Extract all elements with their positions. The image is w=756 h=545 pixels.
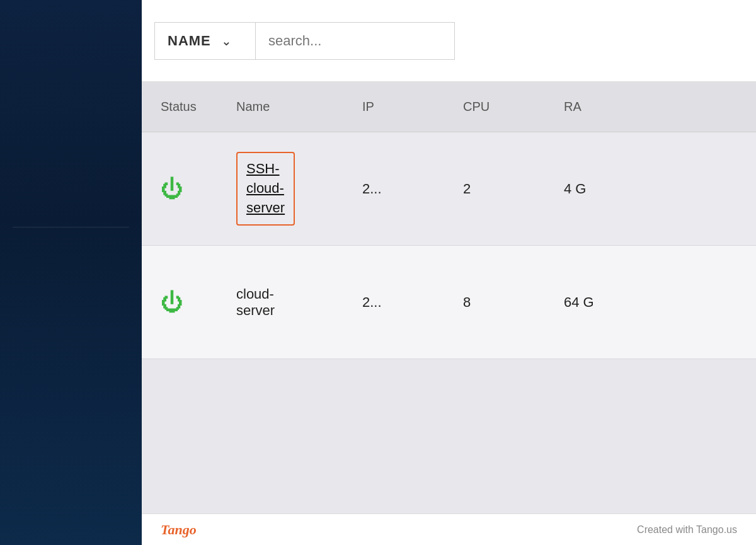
tango-logo: Tango — [161, 522, 197, 538]
row-2-status: ⏻ — [161, 289, 236, 316]
footer-credit: Created with Tango.us — [637, 524, 737, 536]
power-on-icon[interactable]: ⏻ — [161, 176, 183, 202]
search-bar-inner: NAME ⌄ — [154, 22, 455, 60]
row-1-cpu: 2 — [463, 181, 564, 197]
chevron-down-icon: ⌄ — [221, 33, 232, 49]
content-area: NAME ⌄ Status Name IP CPU RA ⏻ — [142, 0, 756, 545]
column-header-ram: RA — [564, 100, 737, 114]
table-row: ⏻ SSH-cloud-server 2... 2 4 G — [142, 132, 756, 246]
row-2-name: cloud-server — [236, 286, 362, 319]
column-header-ip: IP — [362, 100, 463, 114]
row-2-ram: 64 G — [564, 294, 737, 311]
row-2-cpu: 8 — [463, 294, 564, 311]
table-row: ⏻ cloud-server 2... 8 64 G — [142, 246, 756, 359]
row-1-ram: 4 G — [564, 181, 737, 197]
row-1-ip: 2... — [362, 181, 463, 197]
server-link[interactable]: SSH-cloud-server — [246, 161, 285, 215]
column-header-status: Status — [161, 100, 236, 114]
filter-label: NAME — [168, 33, 211, 49]
row-1-name: SSH-cloud-server — [236, 152, 362, 225]
search-input[interactable] — [256, 23, 454, 59]
column-header-name: Name — [236, 100, 362, 114]
sidebar — [0, 0, 142, 545]
row-2-ip: 2... — [362, 294, 463, 311]
server-name[interactable]: cloud-server — [236, 286, 275, 318]
power-on-icon[interactable]: ⏻ — [161, 289, 183, 316]
table-header: Status Name IP CPU RA — [142, 82, 756, 132]
column-header-cpu: CPU — [463, 100, 564, 114]
server-name-highlighted[interactable]: SSH-cloud-server — [236, 152, 295, 225]
name-filter-dropdown[interactable]: NAME ⌄ — [155, 23, 256, 59]
search-bar: NAME ⌄ — [142, 0, 756, 82]
sidebar-divider — [13, 227, 129, 227]
row-1-status: ⏻ — [161, 176, 236, 202]
table-container: Status Name IP CPU RA ⏻ SSH-cloud-server… — [142, 82, 756, 513]
footer: Tango Created with Tango.us — [142, 513, 756, 545]
